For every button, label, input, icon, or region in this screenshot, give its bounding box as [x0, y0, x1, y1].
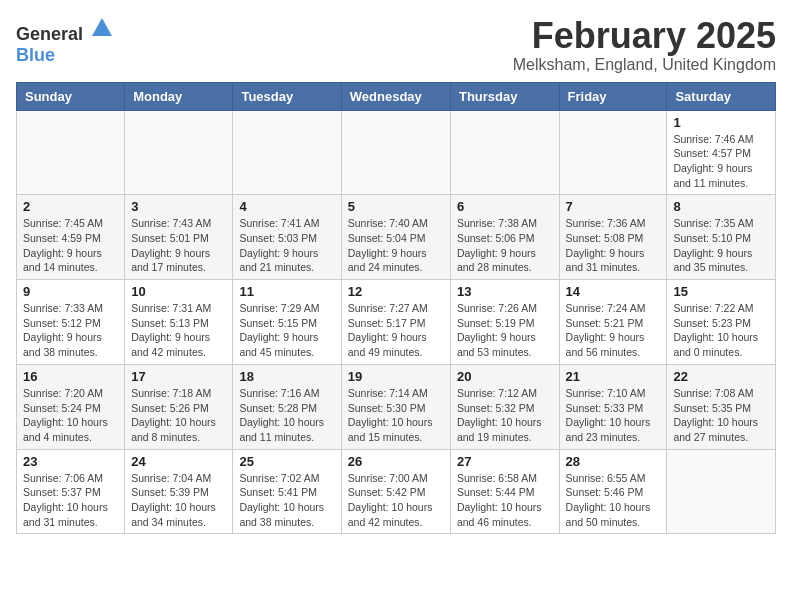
day-number: 26 [348, 454, 444, 469]
day-number: 17 [131, 369, 226, 384]
calendar-cell: 20Sunrise: 7:12 AM Sunset: 5:32 PM Dayli… [450, 364, 559, 449]
day-number: 25 [239, 454, 334, 469]
svg-marker-0 [92, 18, 112, 36]
calendar-week-row: 2Sunrise: 7:45 AM Sunset: 4:59 PM Daylig… [17, 195, 776, 280]
calendar-cell: 4Sunrise: 7:41 AM Sunset: 5:03 PM Daylig… [233, 195, 341, 280]
day-number: 15 [673, 284, 769, 299]
column-header-thursday: Thursday [450, 82, 559, 110]
calendar-cell: 9Sunrise: 7:33 AM Sunset: 5:12 PM Daylig… [17, 280, 125, 365]
day-number: 3 [131, 199, 226, 214]
day-number: 1 [673, 115, 769, 130]
calendar-header-row: SundayMondayTuesdayWednesdayThursdayFrid… [17, 82, 776, 110]
day-detail: Sunrise: 7:38 AM Sunset: 5:06 PM Dayligh… [457, 216, 553, 275]
title-area: February 2025 Melksham, England, United … [513, 16, 776, 74]
calendar-cell: 19Sunrise: 7:14 AM Sunset: 5:30 PM Dayli… [341, 364, 450, 449]
location-title: Melksham, England, United Kingdom [513, 56, 776, 74]
day-detail: Sunrise: 7:31 AM Sunset: 5:13 PM Dayligh… [131, 301, 226, 360]
day-detail: Sunrise: 7:26 AM Sunset: 5:19 PM Dayligh… [457, 301, 553, 360]
calendar-cell: 11Sunrise: 7:29 AM Sunset: 5:15 PM Dayli… [233, 280, 341, 365]
day-detail: Sunrise: 7:35 AM Sunset: 5:10 PM Dayligh… [673, 216, 769, 275]
column-header-saturday: Saturday [667, 82, 776, 110]
day-detail: Sunrise: 7:43 AM Sunset: 5:01 PM Dayligh… [131, 216, 226, 275]
day-number: 23 [23, 454, 118, 469]
column-header-wednesday: Wednesday [341, 82, 450, 110]
day-detail: Sunrise: 7:22 AM Sunset: 5:23 PM Dayligh… [673, 301, 769, 360]
calendar-week-row: 1Sunrise: 7:46 AM Sunset: 4:57 PM Daylig… [17, 110, 776, 195]
day-number: 18 [239, 369, 334, 384]
calendar-cell: 5Sunrise: 7:40 AM Sunset: 5:04 PM Daylig… [341, 195, 450, 280]
day-detail: Sunrise: 7:08 AM Sunset: 5:35 PM Dayligh… [673, 386, 769, 445]
calendar-cell: 22Sunrise: 7:08 AM Sunset: 5:35 PM Dayli… [667, 364, 776, 449]
day-number: 4 [239, 199, 334, 214]
day-detail: Sunrise: 7:04 AM Sunset: 5:39 PM Dayligh… [131, 471, 226, 530]
day-number: 28 [566, 454, 661, 469]
calendar-cell: 26Sunrise: 7:00 AM Sunset: 5:42 PM Dayli… [341, 449, 450, 534]
calendar-cell [17, 110, 125, 195]
calendar-cell: 18Sunrise: 7:16 AM Sunset: 5:28 PM Dayli… [233, 364, 341, 449]
day-detail: Sunrise: 7:00 AM Sunset: 5:42 PM Dayligh… [348, 471, 444, 530]
day-detail: Sunrise: 7:24 AM Sunset: 5:21 PM Dayligh… [566, 301, 661, 360]
day-detail: Sunrise: 6:55 AM Sunset: 5:46 PM Dayligh… [566, 471, 661, 530]
calendar-cell: 28Sunrise: 6:55 AM Sunset: 5:46 PM Dayli… [559, 449, 667, 534]
column-header-sunday: Sunday [17, 82, 125, 110]
day-number: 21 [566, 369, 661, 384]
calendar-cell [559, 110, 667, 195]
calendar-cell: 3Sunrise: 7:43 AM Sunset: 5:01 PM Daylig… [125, 195, 233, 280]
day-detail: Sunrise: 6:58 AM Sunset: 5:44 PM Dayligh… [457, 471, 553, 530]
calendar-cell: 14Sunrise: 7:24 AM Sunset: 5:21 PM Dayli… [559, 280, 667, 365]
calendar-cell: 23Sunrise: 7:06 AM Sunset: 5:37 PM Dayli… [17, 449, 125, 534]
calendar-cell [341, 110, 450, 195]
calendar-cell: 13Sunrise: 7:26 AM Sunset: 5:19 PM Dayli… [450, 280, 559, 365]
day-detail: Sunrise: 7:45 AM Sunset: 4:59 PM Dayligh… [23, 216, 118, 275]
day-detail: Sunrise: 7:46 AM Sunset: 4:57 PM Dayligh… [673, 132, 769, 191]
day-number: 2 [23, 199, 118, 214]
calendar-cell: 24Sunrise: 7:04 AM Sunset: 5:39 PM Dayli… [125, 449, 233, 534]
day-detail: Sunrise: 7:12 AM Sunset: 5:32 PM Dayligh… [457, 386, 553, 445]
calendar-week-row: 16Sunrise: 7:20 AM Sunset: 5:24 PM Dayli… [17, 364, 776, 449]
day-number: 7 [566, 199, 661, 214]
day-detail: Sunrise: 7:02 AM Sunset: 5:41 PM Dayligh… [239, 471, 334, 530]
calendar-cell: 10Sunrise: 7:31 AM Sunset: 5:13 PM Dayli… [125, 280, 233, 365]
calendar-cell: 12Sunrise: 7:27 AM Sunset: 5:17 PM Dayli… [341, 280, 450, 365]
column-header-monday: Monday [125, 82, 233, 110]
day-detail: Sunrise: 7:06 AM Sunset: 5:37 PM Dayligh… [23, 471, 118, 530]
calendar-cell: 25Sunrise: 7:02 AM Sunset: 5:41 PM Dayli… [233, 449, 341, 534]
day-detail: Sunrise: 7:41 AM Sunset: 5:03 PM Dayligh… [239, 216, 334, 275]
day-number: 19 [348, 369, 444, 384]
day-number: 10 [131, 284, 226, 299]
calendar-cell [667, 449, 776, 534]
calendar: SundayMondayTuesdayWednesdayThursdayFrid… [16, 82, 776, 535]
logo: General Blue [16, 16, 114, 66]
calendar-cell: 17Sunrise: 7:18 AM Sunset: 5:26 PM Dayli… [125, 364, 233, 449]
calendar-cell: 27Sunrise: 6:58 AM Sunset: 5:44 PM Dayli… [450, 449, 559, 534]
day-number: 5 [348, 199, 444, 214]
day-detail: Sunrise: 7:27 AM Sunset: 5:17 PM Dayligh… [348, 301, 444, 360]
month-title: February 2025 [513, 16, 776, 56]
calendar-cell: 16Sunrise: 7:20 AM Sunset: 5:24 PM Dayli… [17, 364, 125, 449]
day-number: 14 [566, 284, 661, 299]
day-detail: Sunrise: 7:36 AM Sunset: 5:08 PM Dayligh… [566, 216, 661, 275]
day-detail: Sunrise: 7:10 AM Sunset: 5:33 PM Dayligh… [566, 386, 661, 445]
day-number: 13 [457, 284, 553, 299]
calendar-cell: 1Sunrise: 7:46 AM Sunset: 4:57 PM Daylig… [667, 110, 776, 195]
calendar-cell: 15Sunrise: 7:22 AM Sunset: 5:23 PM Dayli… [667, 280, 776, 365]
logo-general: General [16, 24, 83, 44]
day-number: 11 [239, 284, 334, 299]
day-detail: Sunrise: 7:40 AM Sunset: 5:04 PM Dayligh… [348, 216, 444, 275]
calendar-cell: 6Sunrise: 7:38 AM Sunset: 5:06 PM Daylig… [450, 195, 559, 280]
day-number: 12 [348, 284, 444, 299]
day-detail: Sunrise: 7:29 AM Sunset: 5:15 PM Dayligh… [239, 301, 334, 360]
day-detail: Sunrise: 7:18 AM Sunset: 5:26 PM Dayligh… [131, 386, 226, 445]
day-number: 24 [131, 454, 226, 469]
calendar-week-row: 23Sunrise: 7:06 AM Sunset: 5:37 PM Dayli… [17, 449, 776, 534]
calendar-cell [125, 110, 233, 195]
day-number: 6 [457, 199, 553, 214]
day-number: 27 [457, 454, 553, 469]
column-header-tuesday: Tuesday [233, 82, 341, 110]
header: General Blue February 2025 Melksham, Eng… [16, 16, 776, 74]
calendar-cell: 7Sunrise: 7:36 AM Sunset: 5:08 PM Daylig… [559, 195, 667, 280]
logo-icon [90, 16, 114, 40]
calendar-cell: 8Sunrise: 7:35 AM Sunset: 5:10 PM Daylig… [667, 195, 776, 280]
calendar-week-row: 9Sunrise: 7:33 AM Sunset: 5:12 PM Daylig… [17, 280, 776, 365]
calendar-cell [450, 110, 559, 195]
